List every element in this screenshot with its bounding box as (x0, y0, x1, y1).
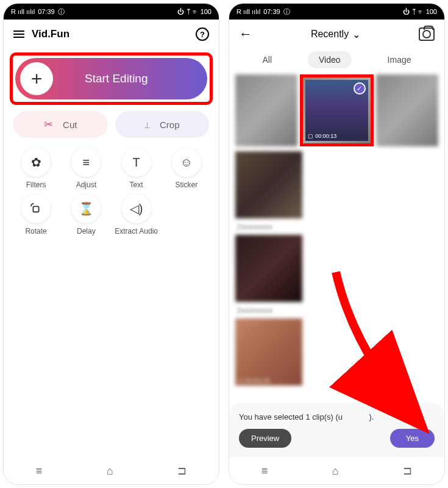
home-nav-icon[interactable]: ⌂ (107, 465, 113, 478)
recents-nav-icon[interactable]: ≡ (261, 465, 268, 478)
camera-mini-icon: ▢ (308, 133, 313, 139)
back-button[interactable]: ← (239, 26, 252, 42)
folder-label: Recently (311, 29, 349, 40)
start-editing-button[interactable]: + Start Editing (15, 58, 207, 99)
crop-button[interactable]: ⟂ Crop (115, 111, 210, 138)
signal-indicator: R ııll ıılıl (236, 8, 260, 15)
video-thumbnail[interactable] (235, 151, 302, 218)
menu-icon[interactable] (13, 30, 24, 38)
back-nav-icon[interactable]: ⊐ (403, 464, 412, 478)
clock: 07:39 (38, 8, 55, 15)
sticker-button[interactable]: ☺ Sticker (164, 148, 209, 189)
tool-row: ✂ Cut ⟂ Crop (4, 111, 219, 138)
duration-label: ▢ UU.UU.18 (238, 378, 270, 384)
cut-label: Cut (63, 120, 77, 130)
svg-rect-0 (34, 207, 39, 212)
phone-right: R ııll ıılıl 07:39 ⓘ ⏻ ⤒ ᯤ 100 ← Recentl… (229, 3, 445, 485)
adjust-icon: ≡ (71, 148, 101, 177)
phone-left: R ııll ıılıl 07:39 ⓘ ⏻ ⤒ ᯤ 100 Vid.Fun ?… (3, 3, 219, 485)
back-nav-icon[interactable]: ⊐ (177, 464, 187, 478)
adjust-button[interactable]: ≡ Adjust (63, 148, 108, 189)
clock: 07:39 (263, 8, 280, 15)
app-title: Vid.Fun (32, 28, 69, 40)
filter-tabs: All Video Image (229, 49, 444, 74)
status-icons: ⏻ ⤒ ᯤ 100 (403, 8, 437, 15)
tab-image[interactable]: Image (377, 51, 422, 68)
rotate-button[interactable]: Rotate (13, 194, 59, 235)
navigation-bar: ≡ ⌂ ⊐ (229, 458, 444, 484)
recents-nav-icon[interactable]: ≡ (36, 465, 43, 478)
folder-dropdown[interactable]: Recently ⌄ (311, 29, 360, 40)
status-bar: R ııll ıılıl 07:39 ⓘ ⏻ ⤒ ᯤ 100 (229, 4, 444, 20)
crop-icon: ⟂ (144, 120, 150, 130)
home-nav-icon[interactable]: ⌂ (332, 465, 339, 478)
app-header: Vid.Fun ? (4, 20, 219, 49)
text-button[interactable]: T Text (114, 148, 159, 189)
tools-grid: ✿ Filters ≡ Adjust T Text ☺ Sticker Rota… (4, 148, 219, 236)
thumbnail-grid: ✓ ▢ 00:00:13 2xxxxxxxx 2xxxxxxxx ▢ UU.UU… (229, 74, 444, 386)
crop-label: Crop (160, 120, 180, 130)
navigation-bar: ≡ ⌂ ⊐ (4, 458, 219, 484)
video-thumbnail[interactable]: ▢ UU.UU.18 (235, 318, 302, 386)
status-icons: ⏻ ⤒ ᯤ 100 (177, 8, 212, 15)
picker-header: ← Recently ⌄ (229, 20, 444, 49)
highlight-box-start-editing: + Start Editing (10, 52, 213, 105)
text-icon: T (122, 148, 151, 177)
selection-sheet: You have selected 1 clip(s) (u ). Previe… (229, 403, 444, 458)
sticker-icon: ☺ (172, 148, 201, 177)
help-icon[interactable]: ? (196, 27, 209, 41)
info-icon: ⓘ (283, 7, 290, 16)
video-thumbnail[interactable] (376, 74, 438, 146)
cut-button[interactable]: ✂ Cut (13, 111, 108, 138)
extract-audio-button[interactable]: ◁) Extract Audio (114, 194, 159, 235)
tab-all[interactable]: All (251, 51, 283, 68)
selected-check-icon: ✓ (354, 82, 366, 95)
video-thumbnail[interactable] (235, 74, 297, 146)
hourglass-icon: ⌛ (71, 194, 101, 223)
highlight-box-selected-video: ✓ ▢ 00:00:13 (300, 74, 373, 146)
section-date: 2xxxxxxxx (236, 306, 437, 315)
signal-indicator: R ııll ıılıl (11, 8, 35, 15)
filters-button[interactable]: ✿ Filters (13, 148, 59, 189)
speaker-icon: ◁) (122, 194, 151, 223)
info-icon: ⓘ (58, 7, 65, 16)
camera-button[interactable] (419, 27, 435, 41)
chevron-down-icon: ⌄ (352, 29, 360, 40)
start-editing-label: Start Editing (85, 72, 148, 85)
video-thumbnail[interactable] (235, 235, 302, 302)
delay-button[interactable]: ⌛ Delay (63, 194, 108, 235)
yes-button[interactable]: Yes (390, 429, 435, 448)
filters-icon: ✿ (21, 148, 51, 177)
status-bar: R ııll ıılıl 07:39 ⓘ ⏻ ⤒ ᯤ 100 (4, 4, 219, 20)
selected-video-thumbnail[interactable]: ✓ ▢ 00:00:13 (305, 80, 368, 141)
section-date: 2xxxxxxxx (236, 222, 437, 231)
preview-button[interactable]: Preview (239, 429, 291, 448)
duration-label: ▢ 00:00:13 (308, 133, 336, 139)
selection-message: You have selected 1 clip(s) (u ). (239, 412, 435, 422)
tab-video[interactable]: Video (308, 51, 352, 68)
scissors-icon: ✂ (44, 118, 53, 131)
plus-icon: + (20, 62, 53, 95)
rotate-icon (21, 194, 51, 223)
